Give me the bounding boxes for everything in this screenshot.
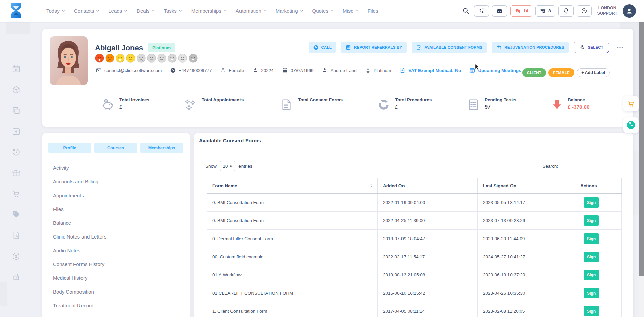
sign-button[interactable]: Sign	[584, 252, 599, 262]
contact-vat-exempt-medical[interactable]: VAT Exempt Medical: No	[399, 67, 461, 73]
rail-package-icon[interactable]	[12, 85, 21, 94]
store-button[interactable]: 8	[535, 5, 555, 17]
sidebar-item-consent-forms-history[interactable]: Consent Forms History	[53, 257, 183, 271]
sidebar-item-activity[interactable]: Activity	[53, 161, 183, 175]
rejuvenation-procedures-button[interactable]: REJUVENATION PROCEDURES	[492, 42, 569, 53]
sidebar-item-files[interactable]: Files	[53, 202, 183, 216]
nav-item-deals[interactable]: Deals	[137, 8, 155, 14]
nav-item-tasks[interactable]: Tasks	[164, 8, 182, 14]
tab-courses[interactable]: Courses	[94, 143, 137, 153]
notifications-button[interactable]	[558, 5, 574, 17]
sidebar-item-treatment-record[interactable]: Treatment Record	[53, 299, 183, 312]
mood-face-7[interactable]	[157, 54, 166, 63]
cell-added-on: 2017-04-05 08:11:14	[378, 302, 478, 317]
more-options-button[interactable]	[614, 42, 624, 52]
cell-actions: Sign	[575, 248, 622, 266]
search-input[interactable]	[561, 161, 621, 171]
mood-face-8[interactable]	[168, 54, 177, 63]
sign-button[interactable]: Sign	[584, 270, 599, 280]
sign-button[interactable]: Sign	[584, 306, 599, 316]
report-chart-icon	[12, 231, 21, 240]
sign-button[interactable]: Sign	[584, 215, 599, 226]
contact-447490009777[interactable]: +447490009777	[170, 67, 212, 73]
sidebar-item-clinic-notes-and-letters[interactable]: Clinic Notes and Letters	[53, 230, 183, 244]
phone-button[interactable]	[474, 5, 489, 17]
mood-face-4[interactable]	[126, 54, 135, 63]
label-pill-female[interactable]: FEMALE	[548, 68, 574, 77]
rail-lock-icon[interactable]	[12, 272, 21, 281]
floating-call-button[interactable]	[623, 117, 639, 133]
label-pill-client[interactable]: CLIENT	[522, 68, 546, 77]
tab-memberships[interactable]: Memberships	[140, 143, 183, 153]
rail-copy-pages-icon[interactable]	[12, 106, 21, 115]
nav-item-automation[interactable]: Automation	[236, 8, 267, 14]
column-header-form-name[interactable]: Form Name	[207, 178, 378, 194]
rail-calendar-import-icon[interactable]	[12, 127, 21, 136]
chat-button[interactable]: 14	[510, 5, 532, 17]
mood-face-3[interactable]	[116, 54, 125, 63]
tab-profile[interactable]: Profile	[48, 143, 91, 153]
call-button[interactable]: CALL	[309, 42, 336, 53]
nav-item-memberships[interactable]: Memberships	[191, 8, 227, 14]
contact-20224[interactable]: 20224	[252, 67, 274, 73]
nav-item-contacts[interactable]: Contacts	[74, 8, 99, 14]
sidebar-item-body-composition[interactable]: Body Composition	[53, 285, 183, 299]
clinic-logo[interactable]	[9, 3, 23, 19]
contact-andree-land[interactable]: Andree Land	[322, 67, 356, 73]
rail-client-sync-icon[interactable]	[12, 252, 21, 261]
search-icon[interactable]	[462, 7, 470, 15]
rail-history-icon[interactable]	[12, 148, 21, 157]
add-label-button[interactable]: + Add Label	[577, 68, 610, 77]
contact-female[interactable]: Female	[220, 67, 244, 73]
rail-price-tag-icon[interactable]	[12, 210, 21, 219]
nav-item-leads[interactable]: Leads	[108, 8, 127, 14]
profile-tabs: ProfileCoursesMemberships	[48, 143, 183, 153]
nav-item-marketing[interactable]: Marketing	[276, 8, 303, 14]
mood-face-2[interactable]	[105, 54, 114, 63]
contact-07-07-1969[interactable]: 07/07/1969	[282, 67, 314, 73]
select-button[interactable]: SELECT	[574, 42, 609, 53]
sign-button[interactable]: Sign	[584, 233, 599, 244]
column-header-actions[interactable]: Actions	[575, 178, 622, 194]
client-photo[interactable]	[50, 36, 88, 85]
rail-cart-icon[interactable]	[12, 189, 21, 198]
sign-button[interactable]: Sign	[584, 288, 599, 298]
mood-face-10[interactable]	[189, 54, 198, 63]
floating-cart-button[interactable]	[623, 96, 639, 111]
mood-face-6[interactable]	[147, 54, 156, 63]
page-size-select[interactable]: 10 ▲▼	[220, 161, 235, 171]
inbox-button[interactable]	[492, 5, 507, 17]
column-header-added-on[interactable]: Added On	[378, 178, 478, 194]
mood-face-1[interactable]	[95, 54, 104, 63]
sign-button[interactable]: Sign	[584, 197, 599, 208]
mood-face-5[interactable]	[137, 54, 146, 63]
contact-connect-clinicsoftware-com[interactable]: connect@clinicsoftware.com	[96, 67, 162, 73]
nav-item-today[interactable]: Today	[46, 8, 65, 14]
report-referrals-by-button[interactable]: REPORT REFERRALS BY	[341, 42, 407, 53]
cell-form-name: 01.CLEARLIFT CONSULTATION FORM	[207, 284, 378, 302]
rail-report-chart-icon[interactable]	[12, 231, 21, 240]
sidebar-item-audio-notes[interactable]: Audio Notes	[53, 244, 183, 257]
help-button[interactable]: ?	[577, 5, 592, 17]
contact-upcoming-meetings[interactable]: 12Upcoming Meetings	[469, 67, 521, 73]
sidebar-item-balance[interactable]: Balance	[53, 216, 183, 230]
nav-item-misc[interactable]: Misc	[343, 8, 359, 14]
nav-item-quotes[interactable]: Quotes	[312, 8, 334, 14]
client-name-row: Abigail Jones Platinum	[95, 43, 175, 52]
page-scrollbar-thumb[interactable]	[639, 22, 644, 276]
available-consent-forms-button[interactable]: AVAILABLE CONSENT FORMS	[412, 42, 487, 53]
sidebar-item-appointments[interactable]: Appointments	[53, 189, 183, 202]
user-avatar[interactable]	[623, 4, 636, 18]
sidebar-item-accounts-and-billing[interactable]: Accounts and Billing	[53, 175, 183, 189]
stat-text: Balance£ -370.00	[568, 97, 590, 110]
stat-total-procedures: Total Procedures£	[377, 97, 432, 111]
sidebar-item-medical-history[interactable]: Medical History	[53, 271, 183, 285]
sidebar-item-recommended-products[interactable]: Recommended Products	[53, 312, 183, 317]
contact-platinum[interactable]: Platinum	[365, 67, 391, 73]
nav-item-files[interactable]: Files	[368, 8, 378, 14]
rail-gift-icon[interactable]	[12, 168, 21, 177]
mood-face-9[interactable]	[178, 54, 187, 63]
rail-calendar-date-icon[interactable]: 12	[12, 64, 21, 73]
column-header-last-signed-on[interactable]: Last Signed On	[478, 178, 575, 194]
client-sync-icon	[12, 252, 21, 261]
